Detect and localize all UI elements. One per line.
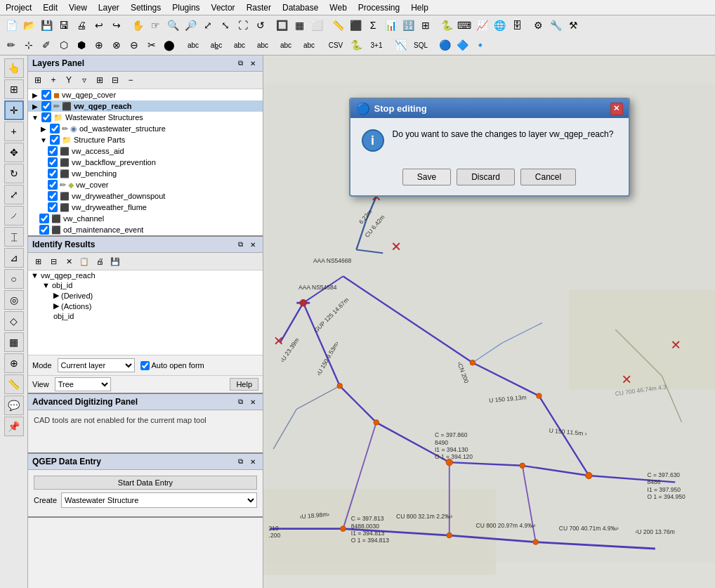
identify-feature-item[interactable]: ▼ obj_id — [39, 280, 263, 290]
expand-reach-icon[interactable]: ▶ — [31, 103, 39, 110]
pin-btn[interactable]: 📌 — [4, 417, 24, 436]
measure-btn[interactable]: 📏 — [329, 17, 346, 34]
scale-btn[interactable]: ⤢ — [4, 185, 24, 204]
menu-database[interactable]: Database — [277, 1, 324, 14]
plugin-btn2[interactable]: 🔧 — [547, 17, 564, 34]
identify-print-btn[interactable]: 🖨 — [93, 254, 107, 268]
layer-check-maint-event[interactable] — [39, 225, 49, 235]
menu-settings[interactable]: Settings — [125, 1, 166, 14]
adv-digitizing-close-btn[interactable]: ✕ — [247, 396, 258, 407]
layer-item-channel[interactable]: ⬛ vw_channel — [37, 213, 263, 224]
layer-item-cover[interactable]: ▶ ◼ vw_qgep_cover — [28, 89, 263, 100]
digitize-btn4[interactable]: ⬡ — [55, 37, 72, 53]
layer-item-vw-cover[interactable]: ✏ ◆ vw_cover — [45, 179, 263, 190]
label-btn4[interactable]: abc — [251, 37, 274, 53]
select-btn[interactable]: ▦ — [291, 17, 308, 34]
label-btn3[interactable]: abc — [228, 37, 251, 53]
open-layer-properties-btn[interactable]: ⊞ — [31, 73, 45, 87]
layer-item-struct-parts[interactable]: ▼ 📁 Structure Parts — [37, 134, 263, 145]
auto-open-form-checkbox[interactable] — [140, 361, 150, 370]
pan-btn[interactable]: ✋ — [129, 17, 146, 34]
layer-check-benching[interactable] — [48, 169, 58, 178]
snap-btn[interactable]: ⊕ — [4, 353, 24, 373]
print-btn[interactable]: 🖨 — [73, 17, 90, 34]
layer-item-od-ws[interactable]: ▶ ✏ ◉ od_wastewater_structure — [37, 123, 263, 134]
plugin-btn3[interactable]: ⚒ — [565, 17, 582, 34]
digitize-btn10[interactable]: ⬤ — [161, 37, 178, 53]
identify-save-btn[interactable]: 💾 — [108, 254, 122, 268]
db-btn[interactable]: 🗄 — [509, 17, 525, 34]
wms-btn[interactable]: 🌐 — [491, 17, 508, 34]
layer-item-access-aid[interactable]: ⬛ vw_access_aid — [45, 145, 263, 157]
redo-btn[interactable]: ↪ — [108, 17, 125, 34]
filter-layer-btn[interactable]: ▿ — [77, 73, 91, 87]
collapse-all-btn[interactable]: ⊟ — [108, 73, 122, 87]
layer-check-cover[interactable] — [41, 90, 51, 100]
layer-item-ws-group[interactable]: ▼ 📁 Wastewater Structures — [28, 112, 263, 123]
view-select[interactable]: Tree — [55, 377, 111, 391]
adv-digitizing-float-btn[interactable]: ⧉ — [235, 396, 246, 407]
label-btn1[interactable]: abc — [182, 37, 204, 53]
digitize-btn1[interactable]: ✏ — [3, 37, 20, 53]
expand-cover-icon[interactable]: ▶ — [31, 91, 39, 99]
pan-map-btn[interactable]: ☞ — [147, 17, 164, 34]
add-feature-btn[interactable]: + — [4, 122, 24, 141]
dialog-cancel-btn[interactable]: Cancel — [520, 169, 576, 185]
mode-select[interactable]: Current layer — [58, 358, 135, 372]
identify-layer-item[interactable]: ▼ vw_qgep_reach — [28, 270, 263, 280]
menu-project[interactable]: Project — [0, 1, 37, 14]
layer-item-flume[interactable]: ⬛ vw_dryweather_flume — [45, 202, 263, 213]
qgep-float-btn[interactable]: ⧉ — [235, 456, 246, 467]
annotation-btn[interactable]: 💬 — [4, 396, 24, 415]
menu-raster[interactable]: Raster — [241, 1, 277, 14]
extra-btn2[interactable]: 🔷 — [454, 37, 471, 53]
extra-btn1[interactable]: 🔵 — [436, 37, 453, 53]
layer-check-backflow[interactable] — [48, 157, 58, 167]
identify-obj-id-item[interactable]: obj_id — [51, 311, 263, 321]
layer-check-vw-cover[interactable] — [48, 180, 58, 190]
digitize-btn9[interactable]: ✂ — [143, 37, 160, 53]
menu-processing[interactable]: Processing — [353, 1, 405, 14]
offset-btn[interactable]: ⊿ — [4, 248, 24, 268]
split-btn[interactable]: ⟋ — [4, 206, 24, 226]
menu-edit[interactable]: Edit — [37, 1, 63, 14]
layer-item-maint-event[interactable]: ⬛ od_maintenance_event — [37, 224, 263, 235]
layer-item-reach[interactable]: ▶ ✏ ⬛ vw_qgep_reach — [28, 100, 263, 112]
identify-feature-expand-icon[interactable]: ▼ — [42, 281, 50, 289]
layer-check-reach[interactable] — [41, 101, 51, 111]
save-as-btn[interactable]: 🖫 — [55, 17, 72, 34]
identify-btn[interactable]: 🔲 — [273, 17, 290, 34]
identify-collapse-btn[interactable]: ⊟ — [46, 254, 60, 268]
qgep-close-btn[interactable]: ✕ — [247, 456, 258, 467]
label-btn6[interactable]: abc — [298, 37, 320, 53]
dialog-discard-btn[interactable]: Discard — [457, 169, 515, 185]
expr-btn[interactable]: 3+1 — [365, 37, 388, 53]
expand-ws-icon[interactable]: ▼ — [31, 114, 39, 122]
layer-item-downspout[interactable]: ⬛ vw_dryweather_downspout — [45, 190, 263, 202]
identify-copy-btn[interactable]: 📋 — [77, 254, 91, 268]
measure-area-btn[interactable]: ⬛ — [347, 17, 364, 34]
digitize-btn5[interactable]: ⬢ — [73, 37, 90, 53]
undo-btn[interactable]: ↩ — [91, 17, 107, 34]
rotate-btn[interactable]: ↻ — [4, 164, 24, 183]
label-btn5[interactable]: abc — [275, 37, 297, 53]
identify-actions-item[interactable]: ▶ (Actions) — [51, 301, 263, 311]
zoom-out-btn[interactable]: 🔎 — [182, 17, 199, 34]
digitize-btn7[interactable]: ⊗ — [108, 37, 125, 53]
label-btn2[interactable]: ab̲c — [205, 37, 228, 53]
identify-help-btn[interactable]: Help — [230, 378, 258, 391]
digitize-btn8[interactable]: ⊖ — [126, 37, 143, 53]
touch-btn[interactable]: 👆 — [4, 58, 24, 78]
identify-derived-expand-icon[interactable]: ▶ — [53, 291, 59, 300]
digitize-btn3[interactable]: ✐ — [38, 37, 55, 53]
chart-btn[interactable]: 📉 — [392, 37, 409, 53]
map-area[interactable]: GUP 125 14.67m ‹U 23.39m ‹U 150 9.53m› U… — [263, 55, 715, 588]
plugin-btn1[interactable]: ⚙ — [530, 17, 546, 34]
menu-web[interactable]: Web — [324, 1, 352, 14]
sum-btn[interactable]: Σ — [365, 17, 381, 34]
start-data-entry-btn[interactable]: Start Data Entry — [34, 476, 257, 490]
identify-expand-icon[interactable]: ▼ — [31, 271, 39, 280]
layer-item-benching[interactable]: ⬛ vw_benching — [45, 168, 263, 179]
digitize-btn6[interactable]: ⊕ — [91, 37, 107, 53]
identify-expand-btn[interactable]: ⊞ — [31, 254, 45, 268]
